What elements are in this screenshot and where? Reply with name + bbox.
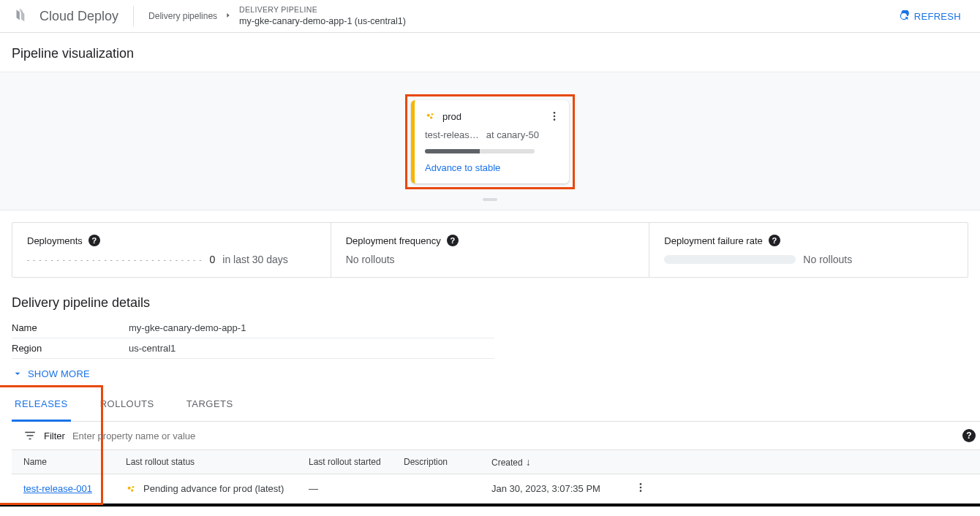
metric-label: Deployment failure rate bbox=[664, 235, 762, 246]
refresh-button[interactable]: REFRESH bbox=[891, 6, 968, 26]
svg-point-8 bbox=[131, 489, 133, 491]
help-icon[interactable]: ? bbox=[962, 429, 976, 442]
detail-value: us-central1 bbox=[129, 338, 494, 359]
rollout-started: — bbox=[297, 474, 392, 504]
tabs: RELEASES ROLLOUTS TARGETS bbox=[12, 388, 980, 422]
sparkline-placeholder: - - - - - - - - - - - - - - - - - - - - … bbox=[27, 256, 202, 264]
canary-status-icon bbox=[425, 110, 437, 122]
refresh-icon bbox=[898, 10, 910, 22]
target-name: prod bbox=[442, 111, 461, 122]
sort-descending-icon: ↓ bbox=[526, 456, 531, 468]
breadcrumb: Delivery pipelines DELIVERY PIPELINE my-… bbox=[148, 5, 406, 27]
svg-point-0 bbox=[427, 114, 430, 117]
breadcrumb-label: DELIVERY PIPELINE bbox=[239, 5, 406, 15]
detail-value: my-gke-canary-demo-app-1 bbox=[129, 318, 494, 338]
col-description[interactable]: Description bbox=[392, 450, 480, 474]
detail-key: Name bbox=[12, 318, 129, 338]
target-card-menu-button[interactable] bbox=[547, 109, 562, 124]
footer-strip bbox=[0, 504, 980, 506]
metric-frequency: Deployment frequency ? No rollouts bbox=[331, 223, 650, 277]
panel-resize-handle[interactable] bbox=[483, 198, 497, 201]
show-more-button[interactable]: SHOW MORE bbox=[0, 359, 980, 388]
svg-point-6 bbox=[128, 486, 131, 489]
filter-bar: Filter ? bbox=[12, 422, 980, 449]
metric-failure-rate: Deployment failure rate ? No rollouts bbox=[649, 223, 968, 277]
filter-input[interactable] bbox=[72, 430, 976, 441]
metric-value: 0 bbox=[209, 254, 215, 265]
svg-point-3 bbox=[554, 112, 556, 114]
product-title: Cloud Deploy bbox=[39, 9, 118, 24]
cloud-deploy-logo-icon bbox=[12, 7, 31, 26]
help-icon[interactable]: ? bbox=[88, 235, 100, 246]
canary-status-icon bbox=[126, 483, 137, 495]
svg-point-10 bbox=[640, 487, 642, 489]
col-status[interactable]: Last rollout status bbox=[114, 450, 297, 474]
tab-targets[interactable]: TARGETS bbox=[184, 388, 236, 421]
svg-point-9 bbox=[640, 483, 642, 485]
target-phase: at canary-50 bbox=[486, 129, 539, 140]
rollout-status-text: Pending advance for prod (latest) bbox=[143, 483, 284, 494]
svg-point-2 bbox=[430, 116, 432, 118]
chevron-down-icon bbox=[12, 368, 23, 379]
divider bbox=[133, 6, 134, 26]
highlight-box: prod test-releas… at canary-50 Advance t… bbox=[405, 94, 575, 189]
detail-row: Name my-gke-canary-demo-app-1 bbox=[12, 318, 494, 338]
metric-deployments: Deployments ? - - - - - - - - - - - - - … bbox=[12, 223, 331, 277]
detail-row: Region us-central1 bbox=[12, 338, 494, 359]
loading-bar bbox=[664, 255, 796, 264]
svg-point-11 bbox=[640, 490, 642, 492]
col-name[interactable]: Name bbox=[12, 450, 114, 474]
top-bar: Cloud Deploy Delivery pipelines DELIVERY… bbox=[0, 0, 980, 33]
metric-label: Deployments bbox=[27, 235, 83, 246]
svg-point-4 bbox=[554, 115, 556, 118]
metrics-row: Deployments ? - - - - - - - - - - - - - … bbox=[12, 222, 968, 278]
breadcrumb-current: DELIVERY PIPELINE my-gke-canary-demo-app… bbox=[239, 5, 406, 27]
kebab-icon bbox=[635, 482, 647, 493]
refresh-label: REFRESH bbox=[914, 11, 961, 22]
metric-label: Deployment frequency bbox=[346, 235, 441, 246]
svg-point-1 bbox=[431, 113, 434, 115]
release-created: Jan 30, 2023, 3:07:35 PM bbox=[480, 474, 611, 504]
metric-suffix: in last 30 days bbox=[222, 254, 288, 265]
advance-to-stable-link[interactable]: Advance to stable bbox=[425, 162, 500, 173]
kebab-icon bbox=[549, 110, 560, 122]
releases-table: Name Last rollout status Last rollout st… bbox=[12, 449, 980, 504]
rollout-progress-bar bbox=[425, 149, 535, 153]
pipeline-details-title: Delivery pipeline details bbox=[0, 289, 980, 318]
row-menu-button[interactable] bbox=[633, 482, 648, 493]
col-actions bbox=[611, 450, 980, 474]
metric-value: No rollouts bbox=[346, 254, 395, 265]
tab-rollouts[interactable]: ROLLOUTS bbox=[97, 388, 157, 421]
breadcrumb-root-link[interactable]: Delivery pipelines bbox=[148, 11, 217, 21]
svg-point-7 bbox=[132, 486, 135, 488]
release-link[interactable]: test-release-001 bbox=[23, 483, 92, 494]
col-created[interactable]: Created↓ bbox=[480, 450, 611, 474]
filter-label: Filter bbox=[44, 430, 65, 441]
chevron-right-icon bbox=[225, 11, 232, 21]
target-release-name: test-releas… bbox=[425, 129, 479, 140]
target-card-prod[interactable]: prod test-releas… at canary-50 Advance t… bbox=[411, 100, 569, 183]
table-row[interactable]: test-release-001 Pending advance for pro… bbox=[12, 474, 980, 504]
detail-key: Region bbox=[12, 338, 129, 359]
tab-releases[interactable]: RELEASES bbox=[12, 388, 71, 422]
rollout-progress-fill bbox=[425, 149, 480, 153]
filter-icon bbox=[23, 429, 37, 442]
svg-point-5 bbox=[554, 118, 556, 121]
breadcrumb-value: my-gke-canary-demo-app-1 (us-central1) bbox=[239, 15, 406, 27]
help-icon[interactable]: ? bbox=[447, 235, 459, 246]
pipeline-visualization-area: prod test-releas… at canary-50 Advance t… bbox=[0, 72, 980, 210]
pipeline-details-table: Name my-gke-canary-demo-app-1 Region us-… bbox=[12, 318, 494, 359]
col-started[interactable]: Last rollout started bbox=[297, 450, 392, 474]
pipeline-visualization-title: Pipeline visualization bbox=[0, 33, 980, 72]
show-more-label: SHOW MORE bbox=[28, 368, 90, 379]
help-icon[interactable]: ? bbox=[769, 235, 780, 246]
release-description bbox=[392, 474, 480, 504]
metric-value: No rollouts bbox=[803, 254, 852, 265]
